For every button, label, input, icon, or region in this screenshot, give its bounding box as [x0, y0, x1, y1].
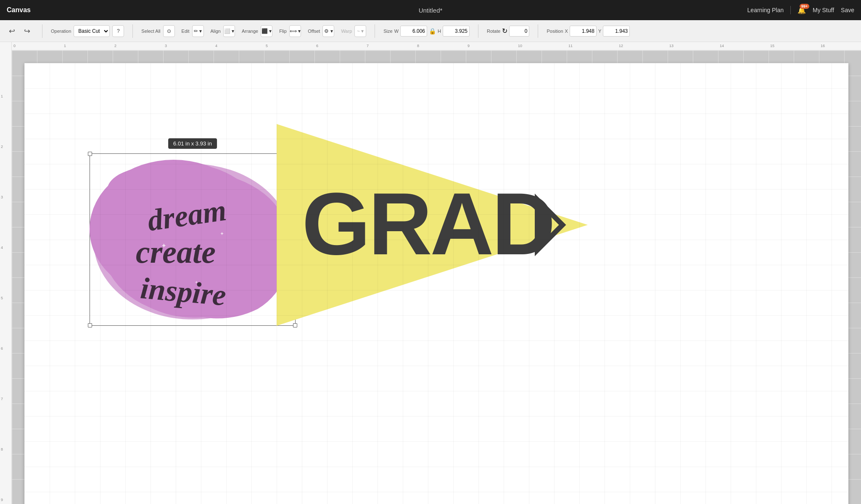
ruler-vertical: 123456789 — [0, 42, 12, 504]
svg-text:create: create — [136, 234, 216, 269]
ruler-h-num-10: 10 — [518, 44, 522, 48]
width-input[interactable] — [400, 26, 427, 37]
canvas-page[interactable]: 6.01 in x 3.93 in dream create — [24, 63, 848, 504]
ruler-h-num-12: 12 — [619, 44, 623, 48]
ruler-h-num-2: 2 — [114, 44, 116, 48]
warp-label: Warp — [341, 29, 352, 34]
size-label: Size — [383, 29, 392, 34]
ruler-v-num-6: 6 — [1, 346, 3, 351]
rotate-input[interactable] — [509, 26, 529, 37]
ruler-h-num-9: 9 — [467, 44, 470, 48]
select-all-label: Select All — [141, 29, 160, 34]
ruler-h-num-3: 3 — [165, 44, 167, 48]
lock-icon: 🔒 — [429, 28, 436, 34]
ruler-v-num-9: 9 — [1, 498, 3, 502]
nav-divider — [790, 6, 791, 14]
ruler-v-num-8: 8 — [1, 447, 3, 451]
ruler-h-num-14: 14 — [720, 44, 724, 48]
pennant-svg: GRAD — [277, 124, 588, 326]
ruler-v-num-1: 1 — [1, 94, 3, 98]
select-all-button[interactable]: ⊙ — [163, 25, 175, 37]
operation-label: Operation — [51, 29, 71, 34]
save-button[interactable]: Save — [841, 7, 854, 13]
ruler-h-num-16: 16 — [821, 44, 825, 48]
ruler-h-num-13: 13 — [669, 44, 673, 48]
offset-button[interactable]: ⚙ ▾ — [322, 25, 334, 37]
app-title: Canvas — [7, 6, 31, 14]
learning-plan-link[interactable]: Learning Plan — [747, 7, 784, 13]
rotate-icon: ↻ — [502, 27, 507, 35]
rotate-group: Rotate ↻ — [487, 26, 529, 37]
h-label: H — [438, 29, 441, 34]
toolbar: ↩ ↪ Operation Basic Cut ? Select All ⊙ E… — [0, 20, 861, 42]
x-label: X — [565, 29, 568, 34]
offset-group: Offset ⚙ ▾ — [308, 25, 334, 37]
arrange-label: Arrange — [242, 29, 258, 34]
position-label: Position — [547, 29, 563, 34]
ruler-h-num-0: 0 — [13, 44, 16, 48]
flip-label: Flip — [279, 29, 287, 34]
rotate-label: Rotate — [487, 29, 500, 34]
sticker-svg: dream create inspire ✦ ✦ ✦ — [90, 153, 296, 326]
operation-select[interactable]: Basic Cut — [74, 25, 110, 37]
ruler-h-num-8: 8 — [417, 44, 419, 48]
canvas-area: 123456789 01234567891011121314151617 6.0… — [0, 42, 861, 504]
notification-button[interactable]: 🔔 99+ — [798, 6, 806, 14]
right-nav: Learning Plan 🔔 99+ My Stuff Save — [747, 6, 854, 14]
warp-button[interactable]: ~ ▾ — [354, 25, 366, 37]
ruler-h-num-11: 11 — [568, 44, 573, 48]
ruler-horizontal: 01234567891011121314151617 — [12, 42, 861, 50]
ruler-v-num-7: 7 — [1, 397, 3, 401]
undo-redo-group: ↩ ↪ — [5, 24, 34, 38]
ruler-v-num-5: 5 — [1, 296, 3, 300]
ruler-v-num-4: 4 — [1, 245, 3, 250]
flip-group: Flip ⟺ ▾ — [279, 25, 301, 37]
position-group: Position X Y — [547, 26, 630, 37]
dimension-tooltip: 6.01 in x 3.93 in — [168, 138, 217, 149]
ruler-h-num-4: 4 — [215, 44, 217, 48]
height-input[interactable] — [443, 26, 470, 37]
edit-group: Edit ✏ ▾ — [182, 25, 204, 37]
size-group: Size W 🔒 H — [383, 26, 470, 37]
undo-button[interactable]: ↩ — [5, 24, 18, 38]
topbar: Canvas Untitled* Learning Plan 🔔 99+ My … — [0, 0, 861, 20]
sep5 — [538, 24, 538, 38]
svg-text:✦: ✦ — [195, 280, 198, 285]
flip-button[interactable]: ⟺ ▾ — [289, 25, 301, 37]
align-group: Align ⬜ ▾ — [211, 25, 235, 37]
svg-text:✦: ✦ — [220, 231, 224, 237]
v-ruler-ticks — [0, 50, 11, 504]
align-label: Align — [211, 29, 221, 34]
notification-badge: 99+ — [800, 4, 809, 9]
sep1 — [42, 24, 42, 38]
arrange-group: Arrange ⬛ ▾ — [242, 25, 272, 37]
ruler-v-num-3: 3 — [1, 195, 3, 199]
align-button[interactable]: ⬜ ▾ — [223, 25, 235, 37]
ruler-h-num-15: 15 — [770, 44, 774, 48]
edit-label: Edit — [182, 29, 190, 34]
ruler-h-num-6: 6 — [316, 44, 318, 48]
arrange-button[interactable]: ⬛ ▾ — [261, 25, 272, 37]
pennant-element[interactable]: GRAD — [277, 124, 588, 326]
y-input[interactable] — [603, 26, 630, 37]
ruler-v-num-2: 2 — [1, 145, 3, 149]
ruler-top-wrap: 01234567891011121314151617 6.01 in x 3.9… — [12, 42, 861, 504]
operation-help-button[interactable]: ? — [112, 25, 124, 37]
svg-text:✦: ✦ — [161, 242, 166, 249]
svg-text:GRAD: GRAD — [302, 174, 553, 273]
sep4 — [478, 24, 478, 38]
x-input[interactable] — [570, 26, 597, 37]
sep2 — [132, 24, 133, 38]
canvas[interactable]: 6.01 in x 3.93 in dream create — [12, 50, 861, 504]
w-label: W — [394, 29, 399, 34]
doc-title: Untitled* — [419, 7, 443, 14]
ruler-h-num-7: 7 — [367, 44, 369, 48]
warp-group: Warp ~ ▾ — [341, 25, 366, 37]
select-all-group: Select All ⊙ — [141, 25, 174, 37]
offset-label: Offset — [308, 29, 320, 34]
sticker-element[interactable]: 6.01 in x 3.93 in dream create — [90, 153, 296, 326]
redo-button[interactable]: ↪ — [20, 24, 34, 38]
ruler-h-num-5: 5 — [266, 44, 268, 48]
edit-button[interactable]: ✏ ▾ — [192, 25, 204, 37]
my-stuff-link[interactable]: My Stuff — [813, 7, 834, 13]
